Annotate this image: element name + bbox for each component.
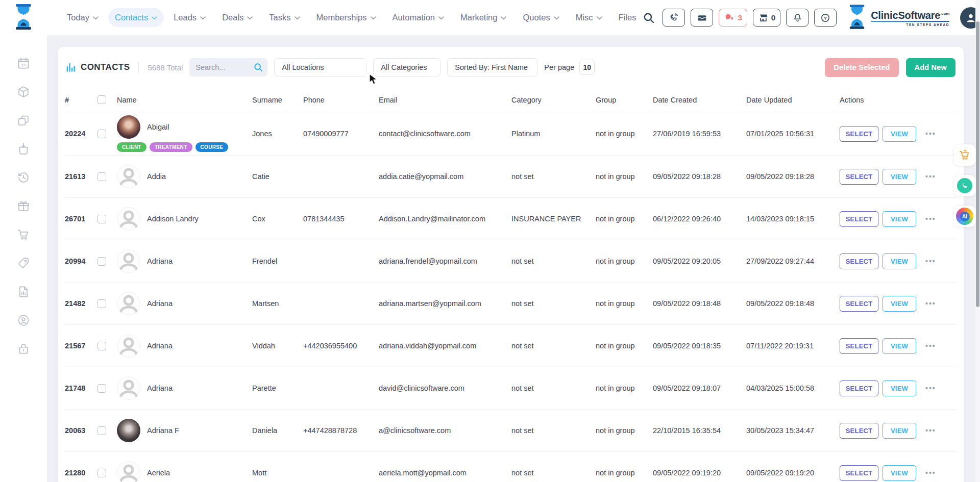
row-checkbox-cell [97, 257, 117, 266]
sidebar-item-contact[interactable] [17, 314, 30, 327]
global-search-icon[interactable] [643, 12, 655, 24]
view-button[interactable]: VIEW [883, 338, 916, 354]
nav-item-misc[interactable]: Misc [569, 8, 609, 27]
more-actions-icon[interactable]: ••• [925, 469, 936, 477]
more-actions-icon[interactable]: ••• [925, 299, 936, 308]
row-checkbox[interactable] [97, 257, 106, 266]
dialer-button[interactable] [663, 9, 685, 27]
sidebar-item-cart[interactable] [17, 228, 30, 241]
location-filter[interactable]: All Locations [274, 58, 366, 77]
select-button[interactable]: SELECT [840, 253, 878, 269]
nav-item-memberships[interactable]: Memberships [310, 8, 383, 27]
per-page-value[interactable]: 10 [579, 60, 595, 75]
select-button[interactable]: SELECT [840, 296, 878, 312]
row-checkbox[interactable] [97, 172, 106, 181]
actions-cell: SELECTVIEW••• [840, 296, 957, 312]
category-filter[interactable]: All Categories [373, 58, 440, 77]
store-button[interactable]: 0 [753, 9, 780, 27]
total-count: 5688 Total [148, 63, 183, 72]
view-button[interactable]: VIEW [883, 423, 916, 439]
gift-icon [17, 199, 30, 213]
nav-item-today[interactable]: Today [60, 8, 105, 27]
more-actions-icon[interactable]: ••• [925, 384, 936, 392]
contact-group: not in group [596, 342, 653, 350]
view-button[interactable]: VIEW [883, 169, 916, 185]
row-checkbox[interactable] [97, 342, 106, 350]
nav-item-marketing[interactable]: Marketing [454, 8, 513, 27]
contact-id: 21567 [65, 342, 97, 350]
more-actions-icon[interactable]: ••• [925, 257, 936, 265]
select-button[interactable]: SELECT [840, 423, 878, 439]
nav-item-tasks[interactable]: Tasks [262, 8, 306, 27]
brand-logo[interactable]: ClinicSoftware.com TEN STEPS AHEAD [847, 4, 949, 32]
more-actions-icon[interactable]: ••• [925, 342, 936, 350]
name-cell: Adriana F [117, 419, 252, 442]
notifications-button[interactable] [786, 9, 808, 27]
hourglass-logo-icon [847, 4, 867, 32]
more-actions-icon[interactable]: ••• [925, 172, 936, 181]
scrollbar-thumb[interactable] [976, 21, 979, 307]
package-icon [17, 85, 30, 98]
nav-item-automation[interactable]: Automation [386, 8, 451, 27]
view-button[interactable]: VIEW [883, 380, 916, 396]
chevron-down-icon [152, 16, 157, 20]
inbox-button[interactable] [691, 9, 713, 27]
chat-button[interactable]: 3 [719, 9, 747, 27]
ai-float-button[interactable]: AI [954, 206, 975, 227]
sidebar-item-package[interactable] [17, 85, 30, 98]
topbar-buttons: 30? [663, 9, 837, 27]
more-actions-icon[interactable]: ••• [925, 215, 936, 223]
sidebar-item-calendar[interactable]: 12 [17, 57, 30, 70]
row-checkbox[interactable] [97, 469, 106, 477]
cart-float-button[interactable] [954, 144, 975, 166]
help-button[interactable]: ? [814, 9, 837, 27]
view-button[interactable]: VIEW [883, 126, 916, 142]
sort-filter[interactable]: Sorted By: First Name [447, 58, 537, 77]
select-button[interactable]: SELECT [840, 169, 878, 185]
name-line: Addia [117, 165, 249, 188]
row-checkbox[interactable] [97, 426, 106, 435]
store-icon [758, 13, 769, 23]
nav-item-contacts[interactable]: Contacts [108, 8, 164, 27]
more-actions-icon[interactable]: ••• [925, 426, 936, 435]
row-checkbox[interactable] [97, 299, 106, 308]
view-button[interactable]: VIEW [883, 211, 916, 227]
add-new-button[interactable]: Add New [906, 58, 955, 77]
view-button[interactable]: VIEW [883, 296, 916, 312]
nav-item-quotes[interactable]: Quotes [516, 8, 566, 27]
name-cell: Aeriela [117, 461, 252, 482]
sidebar-item-tag[interactable] [17, 257, 30, 270]
sidebar-item-history[interactable] [17, 171, 30, 184]
sidebar-logo[interactable] [13, 4, 34, 32]
sidebar-item-report[interactable] [17, 285, 30, 298]
nav-item-deals[interactable]: Deals [215, 8, 259, 27]
contact-id: 20994 [65, 257, 97, 265]
delete-selected-button[interactable]: Delete Selected [825, 58, 898, 77]
sidebar-item-bag[interactable] [17, 142, 30, 156]
row-checkbox[interactable] [97, 384, 106, 393]
row-checkbox[interactable] [97, 215, 106, 223]
select-button[interactable]: SELECT [840, 338, 878, 354]
sidebar-item-copy[interactable] [17, 114, 30, 127]
ai-label: AI [960, 212, 970, 221]
contact-id: 21482 [65, 299, 97, 308]
view-button[interactable]: VIEW [883, 253, 916, 269]
select-button[interactable]: SELECT [840, 465, 878, 481]
select-button[interactable]: SELECT [840, 126, 878, 142]
cart-icon [17, 228, 30, 241]
select-button[interactable]: SELECT [840, 211, 878, 227]
row-checkbox[interactable] [97, 130, 106, 138]
app: { "topbar": { "nav": [ {"label": "Today"… [0, 0, 980, 482]
select-all-checkbox[interactable] [97, 95, 106, 104]
sidebar-item-lock[interactable] [17, 342, 30, 356]
sidebar-item-gift[interactable] [17, 199, 30, 213]
nav-item-leads[interactable]: Leads [167, 8, 212, 27]
view-button[interactable]: VIEW [883, 465, 916, 481]
search-icon[interactable] [253, 62, 263, 72]
more-actions-icon[interactable]: ••• [925, 130, 936, 138]
contact-group: not in group [596, 172, 653, 181]
select-button[interactable]: SELECT [840, 380, 878, 396]
nav-item-files[interactable]: Files [612, 8, 643, 27]
contact-email: addia.catie@yopmail.com [379, 172, 511, 181]
call-float-button[interactable] [954, 175, 975, 196]
